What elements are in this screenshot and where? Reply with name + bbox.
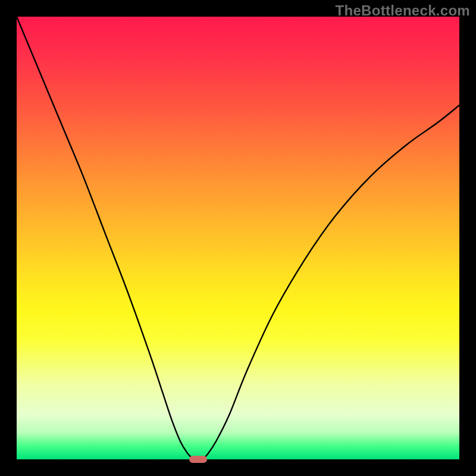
- bottleneck-marker: [189, 456, 207, 463]
- curve-right: [202, 105, 459, 459]
- chart-frame: TheBottleneck.com: [0, 0, 476, 476]
- plot-area: [17, 17, 459, 459]
- curve-left: [17, 17, 194, 459]
- watermark-text: TheBottleneck.com: [336, 2, 470, 19]
- bottleneck-curves: [17, 17, 459, 459]
